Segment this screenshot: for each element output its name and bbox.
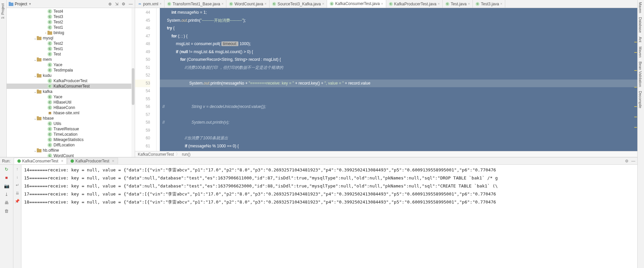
pin-icon[interactable]: 📌 xyxy=(15,199,20,204)
close-icon[interactable]: × xyxy=(159,2,162,6)
code-marker-stripe[interactable] xyxy=(633,16,637,145)
code-line[interactable] xyxy=(160,111,637,119)
code-line[interactable]: for (ConsumerRecord<String, String> reco… xyxy=(160,56,637,64)
editor-tab[interactable]: CWordCount.java× xyxy=(226,0,270,8)
right-tool-tab[interactable]: Maven xyxy=(638,0,643,15)
run-tab[interactable]: KafkaConsumerTest× xyxy=(14,158,67,164)
tree-item[interactable]: CUtils xyxy=(7,121,135,126)
code-line[interactable] xyxy=(160,95,637,103)
tree-item[interactable]: CTest1 xyxy=(7,46,135,51)
code-line[interactable]: // System.out.println(v); xyxy=(160,119,637,127)
chevron-right-icon[interactable]: › xyxy=(44,31,47,35)
hide-icon[interactable]: — xyxy=(129,2,133,6)
code-line[interactable] xyxy=(160,127,637,135)
tree-item[interactable]: CTest4 xyxy=(7,9,135,14)
tree-item[interactable]: CWordCount xyxy=(7,153,135,157)
run-tab[interactable]: KafkaProducerTest× xyxy=(67,158,118,164)
chevron-down-icon[interactable]: ⌄ xyxy=(33,36,37,40)
code-line[interactable]: for (; ; ) { xyxy=(160,32,637,40)
editor-tab[interactable]: CKafkaProducerTest.java× xyxy=(386,0,443,8)
editor-tab[interactable]: mpom.xml× xyxy=(135,0,165,8)
code-line[interactable]: msgList = consumer.poll( timeout: 1000); xyxy=(160,40,637,48)
code-editor[interactable]: 444546474849505152535455565758596061 int… xyxy=(135,8,637,151)
editor-breadcrumb[interactable]: KafkaConsumerTest 〉 run() xyxy=(135,151,637,157)
tree-item[interactable]: CTravelReissue xyxy=(7,126,135,132)
breadcrumb-method[interactable]: run() xyxy=(182,152,190,157)
tree-item[interactable]: CDiffLocation xyxy=(7,142,135,148)
close-icon[interactable]: × xyxy=(438,2,440,6)
tree-item[interactable]: ⌄mysql xyxy=(7,35,135,41)
tree-item[interactable]: CKafkaProducerTest xyxy=(7,78,135,84)
close-icon[interactable]: × xyxy=(381,2,383,6)
code-line[interactable] xyxy=(160,72,637,80)
close-icon[interactable]: × xyxy=(61,159,63,163)
right-tool-tab[interactable]: Decompile xyxy=(638,89,643,110)
tree-item[interactable]: CKafkaConsumerTest xyxy=(7,84,135,89)
chevron-down-icon[interactable]: ⌄ xyxy=(33,74,37,78)
right-tool-tab[interactable]: Database xyxy=(638,15,643,35)
code-content[interactable]: int messageNo = 1; System.out.println("-… xyxy=(160,8,637,151)
code-line[interactable]: if (null != msgList && msgList.count() >… xyxy=(160,48,637,56)
up-icon[interactable]: ↑ xyxy=(16,167,18,171)
tree-item[interactable]: CYace xyxy=(7,94,135,100)
tree-item[interactable]: CYace xyxy=(7,62,135,68)
gear-icon[interactable]: ⚙ xyxy=(122,2,125,6)
run-hide-icon[interactable]: — xyxy=(631,159,635,163)
console-output[interactable]: 14=======receive: key = null, value = {"… xyxy=(21,165,637,268)
tree-item[interactable]: ⌄kudu xyxy=(7,73,135,78)
chevron-down-icon[interactable]: ⌄ xyxy=(33,117,37,120)
tree-scrollbar-thumb[interactable] xyxy=(132,68,134,105)
close-icon[interactable]: × xyxy=(500,2,502,6)
trash-icon[interactable]: 🗑 xyxy=(4,209,9,214)
tree-item[interactable]: CTest3 xyxy=(7,14,135,19)
close-icon[interactable]: × xyxy=(264,2,266,6)
code-line[interactable]: // String v = decodeUnicode(record.value… xyxy=(160,103,637,111)
tree-item[interactable]: CMileageStatistics xyxy=(7,137,135,142)
chevron-down-icon[interactable]: ⌄ xyxy=(33,149,37,152)
print-icon[interactable]: 🖶 xyxy=(4,200,9,205)
stop-icon[interactable]: ■ xyxy=(5,175,8,180)
breadcrumb-class[interactable]: KafkaConsumerTest xyxy=(138,152,174,157)
tree-item[interactable]: CTest1 xyxy=(7,25,135,30)
tree-item[interactable]: CTest2 xyxy=(7,41,135,46)
tree-item[interactable]: CHBaseConn xyxy=(7,105,135,110)
scroll-icon[interactable]: ⇊ xyxy=(16,191,19,195)
editor-tab[interactable]: CTest3.java× xyxy=(473,0,505,8)
code-line[interactable]: try { xyxy=(160,24,637,32)
tree-item[interactable]: ›binlog xyxy=(7,30,135,35)
tree-item[interactable]: CTimeLocation xyxy=(7,132,135,137)
right-tool-tab[interactable]: Maven xyxy=(638,44,643,59)
down-icon[interactable]: ↓ xyxy=(16,175,18,179)
tree-item[interactable]: CTest xyxy=(7,51,135,57)
code-line[interactable] xyxy=(160,87,637,95)
tree-scrollbar[interactable] xyxy=(131,8,135,157)
collapse-icon[interactable]: ⇲ xyxy=(115,2,118,6)
tool-project-tab[interactable]: 1: Project xyxy=(0,1,5,21)
close-icon[interactable]: × xyxy=(112,159,114,163)
editor-tab[interactable]: CTransformTest1_Base.java× xyxy=(165,0,226,8)
chevron-down-icon[interactable]: ⌄ xyxy=(33,58,37,61)
locate-icon[interactable]: ⊕ xyxy=(108,2,112,6)
code-line[interactable]: if (messageNo % 1000 == 0) { xyxy=(160,142,637,150)
export-icon[interactable]: ⤓ xyxy=(5,192,8,197)
code-line[interactable]: System.out.println(messageNo + "=======r… xyxy=(160,80,637,88)
editor-tab[interactable]: CTest.java× xyxy=(443,0,473,8)
tree-item[interactable]: ⌄hb.offline xyxy=(7,148,135,153)
close-icon[interactable]: × xyxy=(468,2,470,6)
code-line[interactable]: //当消费了1000条就退出 xyxy=(160,134,637,142)
code-line[interactable]: //消费100条就打印 ，但打印的数据不一定是这个规律的 xyxy=(160,64,637,72)
code-line[interactable]: int messageNo = 1; xyxy=(160,9,637,17)
close-icon[interactable]: × xyxy=(322,2,324,6)
tree-item[interactable]: ⌄mem xyxy=(7,57,135,62)
rerun-icon[interactable]: ↻ xyxy=(5,167,8,172)
editor-tab[interactable]: CSourceTest3_Kafka.java× xyxy=(270,0,327,8)
camera-icon[interactable]: 📷 xyxy=(4,183,9,188)
tree-item[interactable]: CTest2 xyxy=(7,19,135,25)
close-icon[interactable]: × xyxy=(221,2,223,6)
editor-tab[interactable]: CKafkaConsumerTest.java× xyxy=(327,0,386,8)
tree-item[interactable]: CHBaseUtil xyxy=(7,100,135,105)
tree-item[interactable]: CTestImpala xyxy=(7,68,135,73)
chevron-down-icon[interactable]: ⌄ xyxy=(33,90,37,94)
tree-item[interactable]: ▤hbase-site.xml xyxy=(7,110,135,116)
right-tool-tab[interactable]: Ant xyxy=(638,35,643,44)
